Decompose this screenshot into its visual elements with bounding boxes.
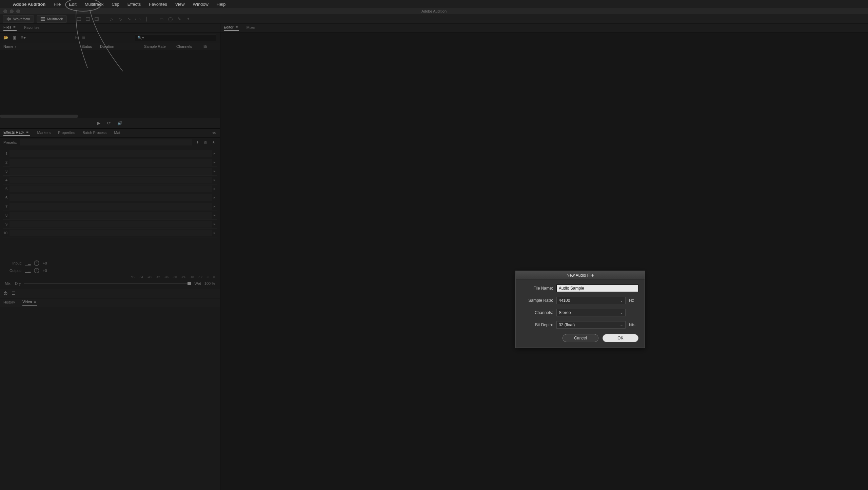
bitdepth-select[interactable]: 32 (float) ⌄	[556, 321, 626, 329]
channels-value: Stereo	[559, 310, 571, 315]
modal-dimmer	[0, 0, 868, 490]
ok-button[interactable]: OK	[603, 334, 638, 342]
bitdepth-unit: bits	[629, 322, 638, 327]
channels-label: Channels:	[522, 310, 553, 315]
chevron-down-icon: ⌄	[620, 322, 623, 327]
bitdepth-value: 32 (float)	[559, 322, 575, 327]
chevron-down-icon: ⌄	[620, 298, 623, 303]
cancel-button[interactable]: Cancel	[563, 334, 598, 342]
samplerate-select[interactable]: 44100 ⌄	[556, 297, 626, 304]
filename-label: File Name:	[522, 286, 553, 291]
samplerate-label: Sample Rate:	[522, 298, 553, 303]
dialog-title: New Audio File	[516, 271, 645, 280]
new-audio-file-dialog: New Audio File File Name: Sample Rate: 4…	[515, 271, 645, 348]
samplerate-value: 44100	[559, 298, 570, 303]
chevron-down-icon: ⌄	[620, 310, 623, 315]
bitdepth-label: Bit Depth:	[522, 322, 553, 327]
channels-select[interactable]: Stereo ⌄	[556, 309, 626, 316]
samplerate-unit: Hz	[629, 298, 638, 303]
filename-input[interactable]	[556, 285, 638, 292]
